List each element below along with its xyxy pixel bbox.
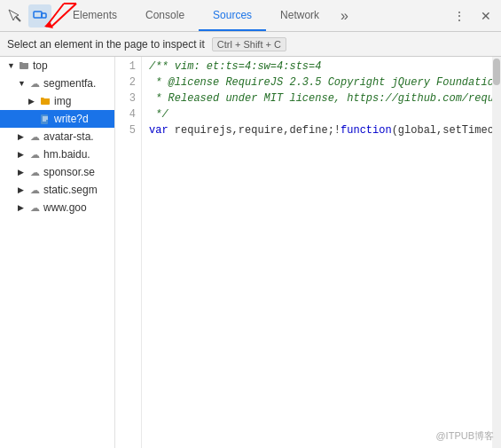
folder-icon-img (39, 95, 51, 107)
tree-arrow-static-seg: ▶ (18, 185, 28, 194)
tree-item-segmentfa[interactable]: ▼ ☁ segmentfa. (0, 75, 114, 92)
tree-label-avatar: avatar-sta. (43, 130, 94, 143)
tree-arrow-img: ▶ (28, 97, 39, 106)
tree-item-img[interactable]: ▶ img (0, 92, 114, 110)
file-icon-write (39, 113, 51, 125)
device-toolbar-button[interactable] (28, 4, 51, 28)
cloud-icon-static-seg: ☁ (28, 184, 41, 196)
tree-label-write: write?d (54, 113, 89, 125)
tree-label-static-seg: static.segm (43, 184, 98, 196)
tree-label-hm-baidu: hm.baidu. (43, 148, 90, 161)
tab-bar: Elements Console Sources Network » (59, 0, 448, 31)
tree-item-sponsor[interactable]: ▶ ☁ sponsor.se (0, 163, 114, 181)
tree-item-avatar[interactable]: ▶ ☁ avatar-sta. (0, 128, 114, 145)
tree-label-top: top (33, 59, 48, 72)
code-line-2: * @license RequireJS 2.3.5 Copyright jQu… (149, 75, 485, 90)
code-line-5: var requirejs,require,define;!function(g… (149, 122, 485, 138)
devtools-close-button[interactable]: ✕ (474, 4, 497, 28)
svg-line-4 (16, 17, 20, 21)
tree-arrow-hm-baidu: ▶ (18, 150, 28, 159)
toolbar-right: ⋮ ✕ (448, 4, 497, 28)
toolbar: Elements Console Sources Network » ⋮ ✕ (0, 0, 501, 32)
tree-label-www-goo: www.goo (43, 201, 87, 214)
file-tree-sidebar: ▼ top ▼ ☁ segmentfa. ▶ img (0, 57, 115, 448)
tree-label-sponsor: sponsor.se (43, 166, 95, 178)
svg-rect-5 (34, 12, 42, 18)
devtools-settings-button[interactable]: ⋮ (448, 4, 471, 28)
cloud-icon-hm-baidu: ☁ (28, 148, 41, 161)
cloud-icon-avatar: ☁ (28, 130, 41, 143)
inspect-bar-text: Select an element in the page to inspect… (7, 38, 205, 51)
inspect-element-button[interactable] (4, 4, 27, 28)
folder-icon-top (18, 59, 30, 72)
code-line-4: */ (149, 106, 485, 122)
tree-label-img: img (54, 95, 71, 107)
code-view: 1 2 3 4 5 /** vim: et:ts=4:sw=4:sts=4 * … (115, 57, 501, 448)
inspect-bar: Select an element in the page to inspect… (0, 32, 501, 57)
inspect-shortcut: Ctrl + Shift + C (212, 37, 286, 51)
tree-item-write[interactable]: write?d (0, 110, 114, 128)
code-line-1: /** vim: et:ts=4:sw=4:sts=4 (149, 59, 485, 75)
svg-rect-6 (42, 13, 46, 18)
code-content[interactable]: /** vim: et:ts=4:sw=4:sts=4 * @license R… (142, 57, 492, 448)
tree-arrow-avatar: ▶ (18, 132, 28, 141)
watermark: @ITPUB博客 (435, 429, 494, 443)
tab-console[interactable]: Console (131, 0, 199, 31)
cloud-icon-sponsor: ☁ (28, 166, 41, 178)
tree-arrow-write (28, 114, 39, 123)
toolbar-icon-group (4, 4, 51, 28)
tab-more-button[interactable]: » (333, 0, 356, 31)
tab-sources[interactable]: Sources (199, 0, 266, 31)
tree-item-hm-baidu[interactable]: ▶ ☁ hm.baidu. (0, 145, 114, 163)
code-scrollbar[interactable] (492, 57, 501, 448)
tab-network[interactable]: Network (266, 0, 333, 31)
tree-item-static-seg[interactable]: ▶ ☁ static.segm (0, 181, 114, 199)
tree-arrow-sponsor: ▶ (18, 168, 28, 177)
cloud-icon-segmentfa: ☁ (28, 77, 41, 90)
cloud-icon-www-goo: ☁ (28, 201, 41, 214)
tree-item-top[interactable]: ▼ top (0, 57, 114, 75)
code-line-3: * Released under MIT license, https://gi… (149, 90, 485, 106)
tree-item-www-goo[interactable]: ▶ ☁ www.goo (0, 199, 114, 216)
main-panel: ▼ top ▼ ☁ segmentfa. ▶ img (0, 57, 501, 448)
tree-label-segmentfa: segmentfa. (43, 77, 96, 90)
tree-arrow-top: ▼ (7, 61, 18, 70)
tree-arrow-segmentfa: ▼ (18, 79, 28, 88)
line-numbers: 1 2 3 4 5 (115, 57, 142, 448)
code-panel: 1 2 3 4 5 /** vim: et:ts=4:sw=4:sts=4 * … (115, 57, 501, 448)
tree-arrow-www-goo: ▶ (18, 203, 28, 212)
code-scrollbar-thumb[interactable] (493, 59, 500, 85)
tab-elements[interactable]: Elements (59, 0, 131, 31)
